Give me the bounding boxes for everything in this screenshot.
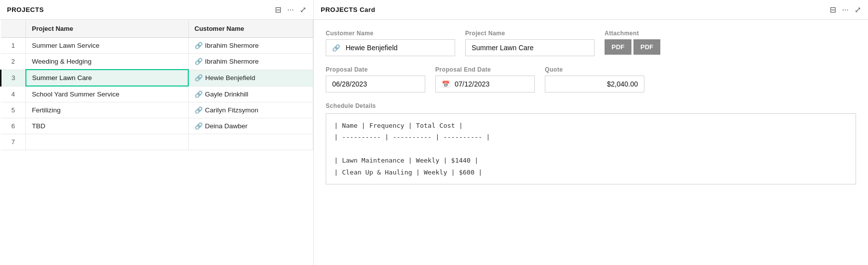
project-name-cell: TBD — [26, 118, 189, 134]
row-number: 4 — [1, 86, 26, 102]
link-icon: 🔗 — [195, 58, 203, 65]
project-name-value: Summer Lawn Care — [472, 44, 534, 52]
project-name-cell: Summer Lawn Service — [26, 38, 189, 54]
attachment-label: Attachment — [605, 30, 660, 37]
right-panel-header: PROJECTS Card ⊟ ··· ⤢ — [314, 0, 868, 20]
proposal-end-date-label: Proposal End Date — [435, 66, 535, 73]
quote-value: $2,040.00 — [607, 80, 638, 88]
quote-field-group: Quote $2,040.00 — [545, 66, 644, 92]
proposal-date-value: 06/28/2023 — [332, 80, 367, 88]
row-number: 2 — [1, 54, 26, 70]
more-options-icon[interactable]: ··· — [287, 5, 294, 14]
projects-table-container: Project Name Customer Name 1Summer Lawn … — [0, 20, 313, 265]
attachment-field-group: Attachment PDF PDF — [605, 30, 660, 55]
customer-name-cell: 🔗Carilyn Fitzsymon — [188, 102, 313, 118]
customer-name-input[interactable]: 🔗 Hewie Benjefield — [326, 39, 455, 56]
projects-card-panel: PROJECTS Card ⊟ ··· ⤢ Customer Name 🔗 He… — [314, 0, 868, 265]
table-row[interactable]: 7 — [1, 134, 313, 150]
card-row-1: Customer Name 🔗 Hewie Benjefield Project… — [326, 30, 856, 56]
right-filter-icon[interactable]: ⊟ — [830, 5, 836, 14]
link-icon: 🔗 — [195, 74, 203, 82]
schedule-line: | Clean Up & Hauling | Weekly | $600 | — [334, 167, 848, 178]
pdf-button-2[interactable]: PDF — [633, 39, 660, 55]
left-panel-header: PROJECTS ⊟ ··· ⤢ — [0, 0, 313, 20]
customer-name-cell: 🔗Gayle Drinkhill — [188, 86, 313, 102]
table-row[interactable]: 4School Yard Summer Service🔗Gayle Drinkh… — [1, 86, 313, 102]
row-number: 6 — [1, 118, 26, 134]
proposal-date-input[interactable]: 06/28/2023 — [326, 76, 425, 92]
customer-name-cell: 🔗Ibrahim Shermore — [188, 38, 313, 54]
projects-table-panel: PROJECTS ⊟ ··· ⤢ Project Name Customer N… — [0, 0, 314, 265]
proposal-end-date-input[interactable]: 📅 07/12/2023 — [435, 76, 535, 92]
customer-link-icon: 🔗 — [332, 44, 340, 52]
schedule-content[interactable]: | Name | Frequency | Total Cost || -----… — [326, 113, 856, 184]
schedule-line: | Name | Frequency | Total Cost | — [334, 120, 848, 131]
link-icon: 🔗 — [195, 42, 203, 49]
row-number: 3 — [1, 70, 26, 86]
customer-name-cell: 🔗Hewie Benjefield — [188, 70, 313, 86]
proposal-date-field-group: Proposal Date 06/28/2023 — [326, 66, 425, 92]
row-number: 1 — [1, 38, 26, 54]
card-row-2: Proposal Date 06/28/2023 Proposal End Da… — [326, 66, 856, 92]
customer-name-cell: 🔗Ibrahim Shermore — [188, 54, 313, 70]
project-name-cell: Weeding & Hedging — [26, 54, 189, 70]
quote-label: Quote — [545, 66, 644, 73]
projects-table: Project Name Customer Name 1Summer Lawn … — [0, 20, 313, 150]
project-name-cell: School Yard Summer Service — [26, 86, 189, 102]
proposal-end-date-field-group: Proposal End Date 📅 07/12/2023 — [435, 66, 535, 92]
customer-name-cell: 🔗Deina Dawber — [188, 118, 313, 134]
row-number-header — [1, 20, 26, 38]
link-icon: 🔗 — [195, 122, 203, 130]
table-row[interactable]: 6TBD🔗Deina Dawber — [1, 118, 313, 134]
right-expand-icon[interactable]: ⤢ — [855, 5, 861, 14]
schedule-line: | ---------- | ---------- | ---------- | — [334, 131, 848, 143]
calendar-icon: 📅 — [442, 81, 450, 88]
schedule-section: Schedule Details | Name | Frequency | To… — [326, 102, 856, 184]
schedule-line: | Lawn Maintenance | Weekly | $1440 | — [334, 155, 848, 166]
proposal-date-label: Proposal Date — [326, 66, 425, 73]
link-icon: 🔗 — [195, 90, 203, 98]
project-name-cell: Fertilizing — [26, 102, 189, 118]
right-more-options-icon[interactable]: ··· — [842, 5, 849, 14]
right-panel-title: PROJECTS Card — [321, 6, 824, 13]
table-row[interactable]: 3Summer Lawn Care🔗Hewie Benjefield — [1, 70, 313, 86]
attachment-buttons: PDF PDF — [605, 39, 660, 55]
schedule-label: Schedule Details — [326, 102, 856, 109]
table-row[interactable]: 2Weeding & Hedging🔗Ibrahim Shermore — [1, 54, 313, 70]
left-panel-title: PROJECTS — [7, 6, 269, 13]
customer-name-value: Hewie Benjefield — [346, 44, 397, 52]
project-name-cell — [26, 134, 189, 150]
pdf-button-1[interactable]: PDF — [605, 39, 631, 55]
card-body: Customer Name 🔗 Hewie Benjefield Project… — [314, 20, 868, 194]
customer-name-label: Customer Name — [326, 30, 455, 37]
project-name-cell: Summer Lawn Care — [26, 70, 189, 86]
project-name-input[interactable]: Summer Lawn Care — [465, 39, 595, 56]
project-name-label: Project Name — [465, 30, 595, 37]
project-name-header: Project Name — [26, 20, 189, 38]
customer-name-field-group: Customer Name 🔗 Hewie Benjefield — [326, 30, 455, 56]
row-number: 7 — [1, 134, 26, 150]
link-icon: 🔗 — [195, 106, 203, 114]
table-row[interactable]: 1Summer Lawn Service🔗Ibrahim Shermore — [1, 38, 313, 54]
project-name-field-group: Project Name Summer Lawn Care — [465, 30, 595, 56]
expand-icon[interactable]: ⤢ — [300, 5, 306, 14]
proposal-end-date-value: 07/12/2023 — [455, 80, 490, 88]
row-number: 5 — [1, 102, 26, 118]
quote-input[interactable]: $2,040.00 — [545, 76, 644, 92]
filter-icon[interactable]: ⊟ — [275, 5, 281, 14]
customer-name-header: Customer Name — [188, 20, 313, 38]
customer-name-cell — [188, 134, 313, 150]
table-row[interactable]: 5Fertilizing🔗Carilyn Fitzsymon — [1, 102, 313, 118]
